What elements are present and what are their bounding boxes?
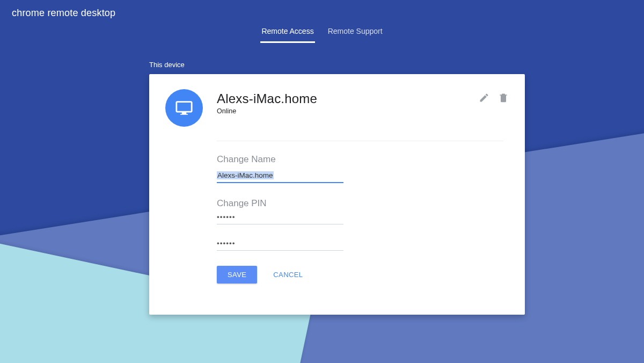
- device-card: Alexs-iMac.home Online Change Name Alexs…: [149, 74, 525, 315]
- cancel-button[interactable]: CANCEL: [273, 271, 303, 279]
- edit-icon[interactable]: [479, 92, 489, 103]
- tab-remote-support[interactable]: Remote Support: [327, 20, 384, 43]
- tabs: Remote Access Remote Support: [0, 20, 644, 43]
- app-title: chrome remote desktop: [12, 8, 115, 19]
- device-status: Online: [217, 107, 479, 115]
- change-name-label: Change Name: [217, 154, 503, 165]
- pin-confirm-input[interactable]: [217, 237, 343, 251]
- change-pin-label: Change PIN: [217, 198, 503, 209]
- pin-input[interactable]: [217, 211, 343, 224]
- this-device-label: This device: [149, 61, 185, 69]
- device-name: Alexs-iMac.home: [217, 91, 479, 106]
- change-name-value: Alexs-iMac.home: [217, 171, 274, 179]
- change-name-input[interactable]: Alexs-iMac.home: [217, 169, 343, 183]
- device-edit-form: Change Name Alexs-iMac.home Change PIN S…: [217, 141, 503, 284]
- monitor-icon: [165, 89, 203, 127]
- delete-icon[interactable]: [498, 92, 509, 103]
- save-button[interactable]: SAVE: [217, 266, 257, 284]
- tab-remote-access[interactable]: Remote Access: [260, 20, 314, 43]
